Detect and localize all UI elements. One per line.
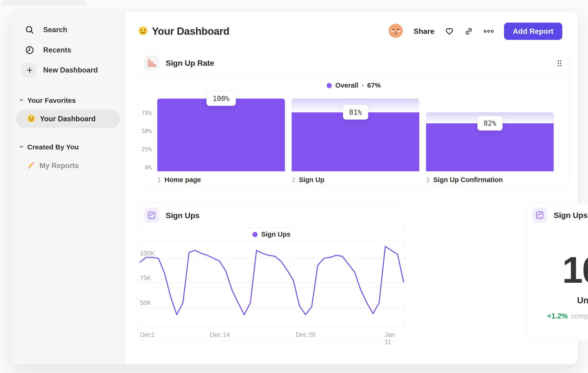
sidebar-section-your-favorites[interactable]: Your Favorites	[19, 93, 76, 108]
step-index: 1	[157, 176, 161, 183]
header-actions: Share	[388, 23, 562, 40]
card-header: Sign Ups	[138, 203, 405, 228]
kpi-delta-note: compared to previous period	[571, 312, 588, 320]
more-options-icon[interactable]	[483, 29, 494, 33]
legend-series-name: Sign Ups	[261, 231, 291, 238]
card-title: Sign Up Rate	[166, 59, 214, 68]
funnel-step-label: 2Sign Up	[292, 176, 324, 184]
card-header: Sign Up Rate	[138, 51, 569, 75]
line-legend: Sign Ups	[138, 228, 405, 241]
card-header: Sign Ups Today	[526, 203, 588, 227]
heart-icon[interactable]	[445, 27, 454, 36]
step-index: 2	[292, 176, 295, 183]
page-header: Your Dashboard Share	[138, 21, 562, 42]
avatar[interactable]	[388, 23, 403, 40]
sidebar-section-created-by-you[interactable]: Created By You	[19, 140, 79, 154]
y-axis-tick: 75K	[140, 275, 151, 282]
funnel-step-label: 3Sign Up Confirmation	[426, 176, 503, 184]
sidebar-item-label: Search	[43, 26, 67, 34]
clock-icon	[22, 45, 37, 55]
line-x-axis: Dec1Dec 14Dec 28Jan 11	[138, 327, 405, 341]
y-axis-tick: 0%	[138, 165, 152, 171]
step-index: 3	[426, 176, 430, 183]
sidebar-item-label: Recents	[43, 46, 71, 54]
x-axis-tick: Dec 28	[296, 331, 316, 339]
funnel-legend: Overall • 67%	[138, 81, 569, 89]
legend-series-name: Overall	[335, 81, 358, 89]
funnel-column: 100%	[157, 99, 285, 171]
kpi-value: 100K	[526, 251, 588, 289]
legend-separator: •	[362, 82, 364, 89]
drag-handle-icon[interactable]	[557, 60, 562, 67]
kpi-delta-row: +1.2% compared to previous period	[526, 312, 588, 320]
y-axis-tick: 25%	[138, 147, 152, 152]
app-window: Search Recents New Dashboard	[12, 11, 578, 365]
card-title: Sign Ups	[166, 211, 200, 220]
sidebar-item-recents[interactable]: Recents	[22, 42, 71, 58]
sidebar-item-my-reports[interactable]: My Reports	[27, 158, 79, 173]
background-window-edge	[2, 0, 86, 5]
x-axis-tick: Dec1	[140, 331, 155, 339]
screen: Search Recents New Dashboard	[0, 0, 588, 373]
line-plot: 100K75K50K	[138, 241, 405, 327]
x-axis-tick: Dec 14	[210, 331, 230, 339]
bar-value-tooltip: 81%	[343, 105, 368, 120]
card-sign-ups: Sign Ups Sign Ups 100K75K50K Dec1Dec 14D…	[138, 203, 405, 341]
smiley-emoji-icon	[138, 26, 148, 37]
page-title-group: Your Dashboard	[138, 25, 229, 37]
sidebar-item-search[interactable]: Search	[22, 22, 67, 38]
card-sign-ups-today: Sign Ups Today 100K Unique Users	[526, 203, 588, 341]
y-axis-tick: 75%	[138, 110, 152, 116]
sidebar-item-new-dashboard[interactable]: New Dashboard	[22, 62, 98, 78]
section-title: Created By You	[27, 143, 79, 151]
section-title: Your Favorites	[27, 97, 76, 104]
funnel-step-labels: 1Home page2Sign Up3Sign Up Confirmation	[138, 176, 569, 186]
funnel-column: 81%	[292, 99, 419, 171]
funnel-chart-icon	[144, 56, 159, 71]
link-icon[interactable]	[464, 27, 473, 36]
card-sign-up-rate: Sign Up Rate Overall	[138, 51, 570, 186]
line-chart-icon	[144, 208, 159, 223]
search-icon	[22, 25, 37, 35]
kpi-delta: +1.2%	[547, 312, 568, 320]
page-title: Your Dashboard	[152, 25, 229, 37]
sidebar-item-label: New Dashboard	[43, 66, 98, 74]
sidebar-item-label: My Reports	[39, 161, 79, 170]
step-name: Sign Up	[299, 176, 325, 184]
y-axis-tick: 50%	[138, 129, 152, 134]
share-button[interactable]: Share	[414, 27, 434, 36]
funnel-column: 82%	[426, 99, 554, 171]
card-title: Sign Ups Today	[554, 211, 588, 220]
line-chart-icon	[532, 208, 547, 223]
funnel-bar[interactable]	[157, 99, 285, 171]
pencil-emoji-icon	[27, 161, 35, 171]
funnel-plot: 75%50%25%0%100%81%82%	[138, 99, 569, 171]
sidebar-item-label: Your Dashboard	[40, 115, 96, 123]
x-axis-tick: Jan 11	[385, 331, 398, 346]
add-report-button[interactable]: Add Report	[504, 23, 562, 40]
bar-value-tooltip: 100%	[206, 91, 236, 106]
funnel-step-label: 1Home page	[157, 176, 201, 184]
legend-dot	[252, 232, 258, 237]
sidebar-item-your-dashboard-selected[interactable]: Your Dashboard	[16, 110, 120, 128]
bar-value-tooltip: 82%	[477, 116, 502, 131]
kpi-label: Unique Users	[526, 296, 588, 305]
step-name: Home page	[165, 176, 201, 184]
y-axis-tick: 100K	[140, 250, 155, 257]
step-name: Sign Up Confirmation	[433, 176, 503, 184]
funnel-bar[interactable]	[292, 112, 419, 171]
sidebar: Search Recents New Dashboard	[12, 11, 126, 364]
plus-icon	[22, 63, 37, 77]
main-content: Your Dashboard Share	[126, 11, 578, 364]
smiley-emoji-icon	[27, 114, 36, 124]
chevron-down-icon	[19, 97, 24, 103]
legend-value: 67%	[367, 81, 381, 89]
y-axis-tick: 50K	[140, 299, 151, 306]
legend-dot	[327, 83, 332, 88]
line-series	[140, 246, 404, 315]
chevron-down-icon	[19, 144, 24, 150]
